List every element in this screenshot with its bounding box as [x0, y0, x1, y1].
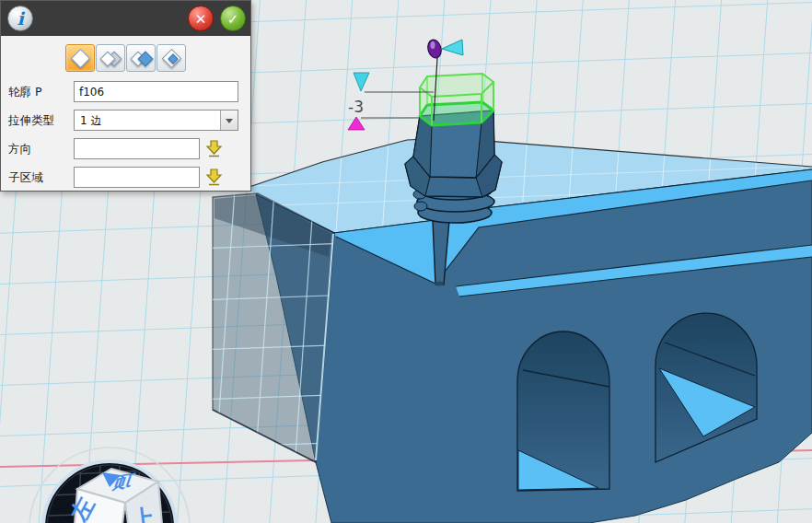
cancel-button[interactable]: ✕ [188, 6, 214, 31]
subregion-pick-button[interactable] [204, 168, 224, 187]
diamond-single-icon [71, 49, 90, 68]
profile-input[interactable] [74, 81, 238, 102]
subregion-label: 子区域 [8, 170, 43, 186]
pick-arrow-icon [204, 168, 224, 187]
subregion-input[interactable] [74, 167, 200, 188]
extrude-mode-button-2[interactable] [96, 44, 125, 72]
cad-application-window: -3 顶 左 上 [0, 0, 812, 523]
arch-cutout-left [517, 331, 609, 491]
extrude-mode-button-3[interactable] [126, 44, 156, 72]
extrude-mode-button-1[interactable] [65, 44, 95, 72]
direction-input[interactable] [74, 138, 200, 159]
direction-label: 方向 [8, 142, 31, 157]
extrude-distance-value[interactable]: -3 [348, 98, 364, 116]
extrude-type-label: 拉伸类型 [8, 113, 54, 129]
confirm-button[interactable]: ✓ [220, 6, 246, 31]
extrude-mode-button-4[interactable] [157, 44, 186, 72]
info-icon[interactable]: i [7, 6, 33, 31]
direction-pick-button[interactable] [204, 139, 224, 158]
dropdown-arrow[interactable] [220, 110, 238, 130]
extrude-options-dialog: i ✕ ✓ 轮廓 P 拉伸类型 1 边 方向 子区域 [0, 0, 251, 192]
close-icon: ✕ [195, 11, 207, 28]
check-icon: ✓ [227, 11, 239, 28]
extrude-type-dropdown[interactable]: 1 边 [74, 110, 238, 131]
extrude-preview[interactable] [420, 74, 493, 125]
profile-label: 轮廓 P [8, 85, 42, 100]
extrude-type-value: 1 边 [80, 113, 101, 129]
pick-arrow-icon [204, 139, 224, 158]
view-cube-right-label: 上 [129, 504, 156, 523]
dialog-titlebar[interactable]: i ✕ ✓ [1, 1, 250, 36]
chevron-down-icon [226, 119, 233, 123]
